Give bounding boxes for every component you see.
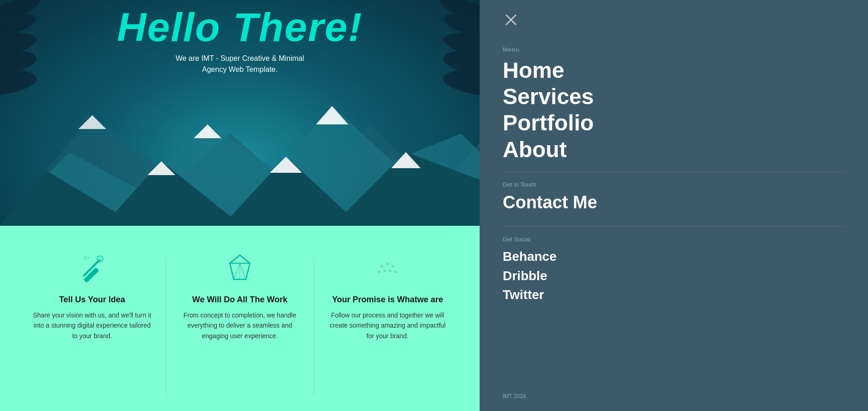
svg-line-24 [97, 256, 99, 258]
service-card-idea: Tell Us Your Idea Share your vision with… [18, 249, 166, 341]
svg-point-45 [394, 270, 397, 273]
main-content: Hello There! We are IMT - Super Creative… [0, 0, 480, 411]
svg-marker-14 [78, 115, 106, 129]
get-social-label: Get Social [503, 236, 845, 243]
mountain-illustration [0, 78, 480, 226]
services-section: Tell Us Your Idea Share your vision with… [0, 226, 480, 411]
hero-subtitle-line1: We are IMT - Super Creative & Minimal [176, 54, 304, 62]
svg-line-25 [101, 256, 103, 258]
close-button[interactable] [503, 12, 519, 28]
svg-marker-34 [230, 255, 250, 264]
svg-point-41 [392, 265, 394, 268]
section-divider-1 [503, 171, 845, 172]
diamond-icon [224, 251, 256, 283]
hero-subtitle: We are IMT - Super Creative & Minimal Ag… [176, 53, 304, 75]
main-navigation: Home Services Portfolio About [503, 58, 845, 162]
svg-point-42 [383, 270, 386, 272]
section-divider-2 [503, 226, 845, 227]
hero-subtitle-line2: Agency Web Template. [202, 65, 278, 73]
nav-item-home[interactable]: Home [503, 58, 845, 83]
nav-item-portfolio[interactable]: Portfolio [503, 110, 845, 135]
footer-note: IMT 2024 [503, 393, 526, 399]
hero-title: Hello There! [117, 7, 363, 47]
nav-item-about[interactable]: About [503, 137, 845, 162]
service-desc-idea: Share your vision with us, and we'll tur… [32, 310, 152, 341]
nav-item-services[interactable]: Services [503, 84, 845, 109]
svg-point-43 [389, 270, 392, 272]
svg-point-44 [378, 270, 380, 273]
social-link-dribble[interactable]: Dribble [503, 267, 845, 285]
hero-section: Hello There! We are IMT - Super Creative… [0, 0, 480, 226]
wand-icon-container [74, 249, 111, 286]
diamond-icon-container [221, 249, 258, 286]
get-in-touch-label: Get in Touch [503, 181, 845, 188]
svg-point-39 [380, 265, 383, 268]
contact-me-link[interactable]: Contact Me [503, 193, 845, 213]
service-title-promise: Your Promise is Whatwe are [332, 295, 443, 305]
menu-label: Menu [503, 46, 845, 53]
svg-marker-13 [316, 106, 348, 124]
wand-icon [77, 252, 107, 282]
service-title-work: We Will Do All The Work [192, 295, 288, 305]
social-link-twitter[interactable]: Twitter [503, 286, 845, 304]
social-link-behance[interactable]: Behance [503, 247, 845, 265]
star-icon-container [369, 249, 406, 286]
service-card-promise: Your Promise is Whatwe are Follow our pr… [314, 249, 461, 341]
menu-panel: Menu Home Services Portfolio About Get i… [480, 0, 868, 411]
service-title-idea: Tell Us Your Idea [59, 295, 125, 305]
svg-point-40 [386, 263, 389, 265]
service-card-work: We Will Do All The Work From concept to … [166, 249, 313, 341]
social-links: Behance Dribble Twitter [503, 247, 845, 304]
service-desc-promise: Follow our process and together we will … [328, 310, 447, 341]
service-desc-work: From concept to completion, we handle ev… [180, 310, 299, 341]
star-icon [373, 252, 403, 282]
svg-line-27 [101, 260, 103, 262]
close-icon [505, 13, 517, 26]
